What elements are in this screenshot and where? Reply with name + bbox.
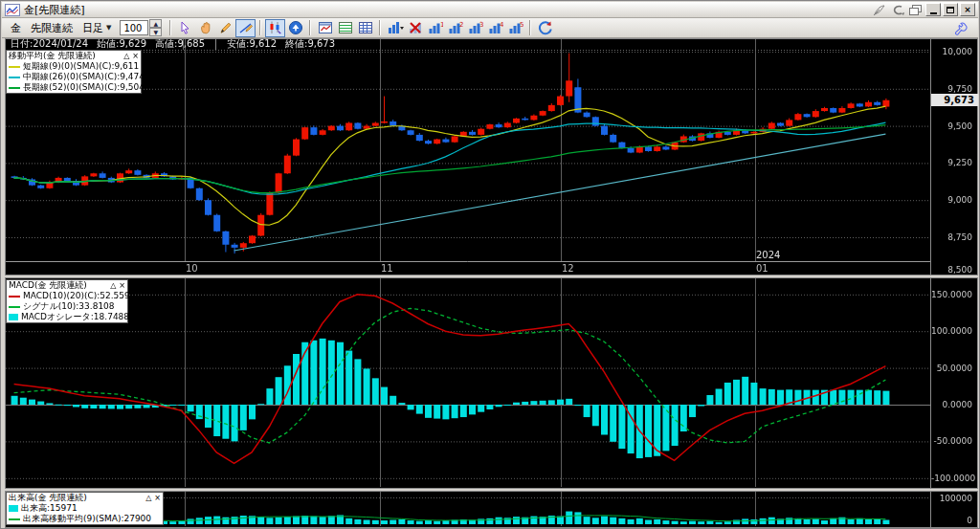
chart-preset-1-button[interactable]: 1: [425, 19, 445, 37]
oscillator-swatch-icon: [9, 314, 18, 320]
table-icon: [338, 20, 353, 35]
legend-collapse-button[interactable]: △: [145, 494, 151, 502]
close-button[interactable]: ×: [960, 3, 975, 16]
toolbar-separator: [309, 20, 311, 35]
price-axis-label: 9,500: [931, 121, 975, 131]
chart-window: 金[先限連続] × 金 先限連続 日足 ▼ ▲ ▼: [0, 0, 980, 529]
legend-row: 長期線(52)(0)(SMA)(C):9,504: [7, 82, 141, 93]
macd-line-label: MACD(10)(20)(C):52.5596: [23, 291, 135, 301]
remove-indicator-button[interactable]: [405, 19, 425, 37]
svg-text:4: 4: [500, 21, 503, 29]
quote-table-button[interactable]: [335, 19, 355, 37]
legend-close-button[interactable]: ×: [154, 494, 161, 502]
spinner-down-button[interactable]: ▼: [149, 28, 162, 36]
sma-long-swatch-icon: [9, 87, 20, 89]
legend-close-button[interactable]: ×: [119, 281, 125, 290]
period-label: 日足: [82, 21, 103, 35]
duplicate-window-icon[interactable]: [908, 4, 924, 16]
period-dropdown[interactable]: 日足 ▼: [82, 21, 111, 35]
spinner-arrows: ▲ ▼: [149, 19, 162, 36]
volume-ma-label: 出来高移動平均(9)(SMA):27900: [23, 514, 151, 524]
info-low: 安値:9,612: [227, 38, 277, 50]
current-price-tag: 9,673: [931, 94, 978, 106]
toolbar-separator: [379, 20, 381, 35]
chart-preset-2-button[interactable]: 2: [445, 19, 465, 37]
chart-window-icon: [318, 20, 333, 35]
preset-2-icon: 2: [448, 20, 463, 35]
bar-count-input[interactable]: [120, 20, 148, 35]
sma-mid-swatch-icon: [9, 77, 20, 78]
pencil-icon: [218, 20, 234, 35]
link-chart-icon[interactable]: [890, 4, 905, 16]
volume-panel[interactable]: 出来高(金 先限連続) △× 出来高:15971 出来高移動平均(9)(SMA)…: [5, 491, 978, 528]
pencil-tool-button[interactable]: [215, 19, 235, 37]
pen-tool-icon[interactable]: [872, 4, 887, 16]
info-open: 始値:9,629: [97, 38, 146, 50]
hand-icon: [198, 20, 213, 35]
preset-1-icon: 1: [428, 20, 443, 35]
price-axis-label: 8,500: [931, 265, 975, 275]
toolbar: 金 先限連続 日足 ▼ ▲ ▼: [2, 18, 978, 38]
legend-row: シグナル(10):33.8108: [7, 301, 127, 312]
macd-panel[interactable]: MACD(金 先限連続) △× MACD(10)(20)(C):52.5596 …: [5, 277, 978, 489]
indicator-dropdown-button[interactable]: [385, 19, 405, 37]
settings-button[interactable]: [950, 19, 970, 37]
legend-buttons: △×: [121, 51, 139, 61]
chart-preset-4-button[interactable]: 4: [485, 19, 505, 37]
volume-legend-title: 出来高(金 先限連続): [9, 493, 87, 503]
sma-mid-label: 中期線(26)(0)(SMA)(C):9,474: [23, 72, 145, 82]
month-axis-label: 10: [186, 263, 198, 274]
info-divider: [215, 38, 216, 50]
minimize-icon: [930, 12, 937, 14]
titlebar: 金[先限連続] ×: [2, 2, 978, 18]
spinner-up-button[interactable]: ▲: [149, 19, 162, 28]
preset-4-icon: 4: [488, 20, 503, 35]
legend-collapse-button[interactable]: △: [123, 52, 129, 60]
dropdown-arrow-icon: ▼: [106, 24, 111, 32]
price-axis-label: 10,000: [931, 47, 975, 56]
bar-count-spinner: ▲ ▼: [120, 19, 162, 36]
legend-close-button[interactable]: ×: [132, 52, 139, 60]
volume-axis-label: 100000: [931, 494, 975, 503]
series-label[interactable]: 先限連続: [31, 21, 73, 35]
macd-legend-title-row: MACD(金 先限連続) △×: [7, 280, 127, 291]
ma-legend: 移動平均(金 先限連続) △× 短期線(9)(0)(SMA)(C):9,611 …: [6, 50, 142, 94]
candle-cursor-icon: [268, 20, 283, 35]
macd-legend: MACD(金 先限連続) △× MACD(10)(20)(C):52.5596 …: [6, 279, 128, 323]
cursor-tool-button[interactable]: [175, 19, 195, 37]
macd-axis-label: 100.0000: [931, 326, 975, 336]
candle-select-tool-button[interactable]: [265, 19, 285, 37]
instrument-label[interactable]: 金: [11, 21, 21, 35]
macd-canvas[interactable]: [5, 277, 978, 489]
main-chart-canvas[interactable]: [5, 38, 978, 276]
macd-axis-label: 50.0000: [931, 364, 975, 373]
main-chart-panel[interactable]: 日付:2024/01/24 始値:9,629 高値:9,685 安値:9,612…: [5, 38, 978, 276]
scroll-latest-button[interactable]: [285, 19, 305, 37]
month-axis-label: 12: [562, 263, 574, 274]
hand-tool-button[interactable]: [195, 19, 215, 37]
window-title: 金[先限連続]: [24, 3, 85, 17]
month-axis-label: 01: [756, 263, 768, 274]
price-axis-label: 9,250: [931, 158, 975, 167]
refresh-button[interactable]: [535, 19, 555, 37]
cursor-icon: [178, 20, 193, 35]
sma-long-label: 長期線(52)(0)(SMA)(C):9,504: [23, 82, 145, 93]
board-table-button[interactable]: [355, 19, 375, 37]
chart-app-icon: [5, 4, 20, 16]
chart-preset-3-button[interactable]: 3: [465, 19, 485, 37]
legend-buttons: △×: [143, 493, 161, 503]
refresh-icon: [538, 20, 553, 35]
wrench-icon: [953, 21, 968, 35]
signal-line-swatch-icon: [9, 306, 20, 308]
macd-legend-title: MACD(金 先限連続): [9, 280, 87, 291]
maximize-button[interactable]: [943, 3, 958, 16]
chart-preset-5-button[interactable]: 5: [505, 19, 525, 37]
minimize-button[interactable]: [925, 3, 941, 16]
ma-legend-title-row: 移動平均(金 先限連続) △×: [7, 51, 141, 61]
chart-layout-button[interactable]: [315, 19, 335, 37]
price-axis-label: 8,750: [931, 232, 975, 242]
ma-legend-title: 移動平均(金 先限連続): [9, 51, 96, 61]
legend-buttons: △×: [107, 280, 125, 291]
line-draw-tool-button[interactable]: [235, 19, 256, 37]
legend-collapse-button[interactable]: △: [110, 281, 116, 290]
